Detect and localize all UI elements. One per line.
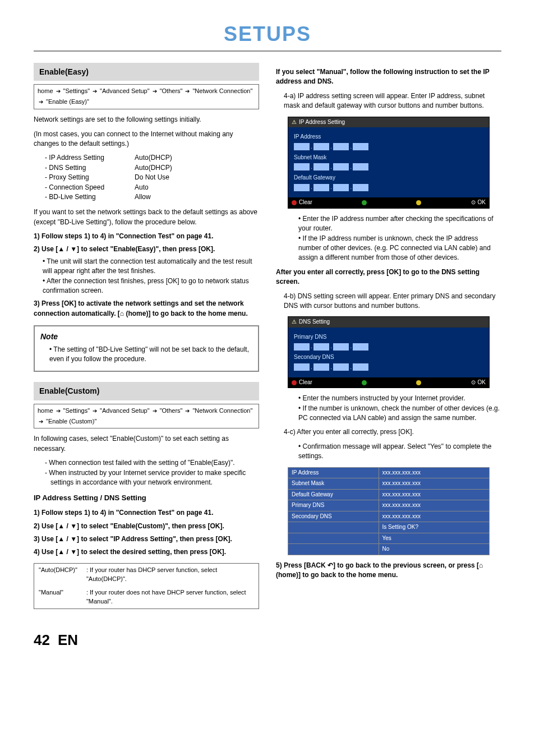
- ip-input-row[interactable]: ...: [294, 342, 483, 351]
- confirm-table: IP Addressxxx.xxx.xxx.xxx Subnet Maskxxx…: [288, 467, 490, 555]
- steps-enable-easy: 1) Follow steps 1) to 4) in "Connection …: [34, 232, 259, 319]
- crumb: "Network Connection": [192, 407, 252, 416]
- bullet: Enter the IP address number after checki…: [298, 214, 501, 234]
- table-row: Secondary DNSxxx.xxx.xxx.xxx: [288, 511, 490, 522]
- intro-text: In following cases, select "Enable(Custo…: [34, 434, 259, 454]
- arrow-icon: [184, 407, 191, 416]
- ip-input-row[interactable]: ...: [294, 363, 483, 372]
- intro-text: (In most cases, you can connect to the I…: [34, 130, 259, 149]
- breadcrumb-enable-custom: home "Settings" "Advanced Setup" "Others…: [34, 404, 259, 429]
- crumb: "Others": [160, 87, 183, 96]
- default-value: Auto: [135, 183, 259, 192]
- green-button-icon[interactable]: [362, 380, 367, 385]
- yellow-button-icon[interactable]: [416, 200, 421, 205]
- default-name: - BD-Live Setting: [45, 192, 135, 202]
- osd-label: Secondary DNS: [294, 353, 483, 362]
- table-row: IP Addressxxx.xxx.xxx.xxx: [288, 467, 490, 478]
- osd-label: Subnet Mask: [294, 154, 483, 162]
- step-4c: 4-c) After you enter all correctly, pres…: [284, 427, 501, 437]
- table-row: Default Gatewayxxx.xxx.xxx.xxx: [288, 489, 490, 500]
- step-head: 4) Use [▲ / ▼] to select the desired set…: [34, 547, 259, 557]
- subhead-ip-dns: IP Address Setting / DNS Setting: [34, 493, 259, 504]
- crumb: "Enable (Easy)": [46, 98, 89, 107]
- note-box: Note The setting of "BD-Live Setting" wi…: [34, 325, 259, 372]
- default-value: Auto(DHCP): [135, 163, 259, 173]
- crumb: "Settings": [63, 87, 90, 96]
- default-value: Do Not Use: [135, 173, 259, 182]
- table-row: Is Setting OK?: [288, 522, 490, 533]
- arrow-icon: [184, 87, 191, 96]
- default-name: - IP Address Setting: [45, 153, 135, 163]
- default-value: Auto(DHCP): [135, 153, 259, 163]
- table-row: Primary DNSxxx.xxx.xxx.xxx: [288, 500, 490, 511]
- note-body: The setting of "BD-Live Setting" will no…: [49, 345, 252, 365]
- ok-icon[interactable]: ⊙: [471, 199, 476, 207]
- bullet: Enter the numbers instructed by your Int…: [298, 394, 501, 403]
- arrow-icon: [55, 407, 62, 416]
- default-name: - DNS Setting: [45, 163, 135, 173]
- osd-clear: Clear: [299, 379, 312, 387]
- arrow-icon: [151, 407, 158, 416]
- ok-icon[interactable]: ⊙: [471, 379, 476, 387]
- osd-label: Default Gateway: [294, 174, 483, 182]
- table-row: Subnet Maskxxx.xxx.xxx.xxx: [288, 478, 490, 490]
- crumb: "Advanced Setup": [100, 407, 150, 416]
- page-title: SETUPS: [34, 22, 501, 46]
- section-header-enable-custom: Enable(Custom): [34, 382, 259, 400]
- osd-label: Primary DNS: [294, 333, 483, 342]
- table-key: "Auto(DHCP)": [34, 563, 82, 586]
- default-settings-list: - IP Address SettingAuto(DHCP) - DNS Set…: [45, 153, 259, 202]
- osd-dns-setting: DNS Setting Primary DNS ... Secondary DN…: [288, 316, 490, 388]
- note-title: Note: [40, 331, 252, 342]
- after-ip-heading: After you enter all correctly, press [OK…: [276, 268, 501, 287]
- yellow-button-icon[interactable]: [416, 380, 421, 385]
- table-row[interactable]: No: [288, 544, 490, 555]
- crumb: home: [38, 407, 53, 416]
- intro-text: Network settings are set to the followin…: [34, 115, 259, 125]
- table-key: "Manual": [34, 586, 82, 609]
- arrow-icon: [151, 87, 158, 96]
- left-column: Enable(Easy) home "Settings" "Advanced S…: [34, 63, 259, 615]
- dhcp-manual-table: "Auto(DHCP)" : If your router has DHCP s…: [34, 563, 259, 609]
- step-5: 5) Press [BACK ↶] to go back to the prev…: [276, 561, 501, 580]
- table-row: "Manual" : If your router does not have …: [34, 586, 259, 609]
- step-head: 3) Press [OK] to activate the network se…: [34, 299, 259, 319]
- table-row[interactable]: Yes: [288, 533, 490, 544]
- osd-clear: Clear: [299, 199, 312, 207]
- ip-input-row[interactable]: ...: [294, 163, 483, 172]
- steps-enable-custom: 1) Follow steps 1) to 4) in "Connection …: [34, 508, 259, 557]
- page-footer: 42 EN: [34, 631, 501, 649]
- crumb: "Network Connection": [192, 87, 252, 96]
- default-name: - Connection Speed: [45, 183, 135, 192]
- osd-ok: OK: [478, 199, 486, 207]
- arrow-icon: [91, 407, 98, 416]
- title-divider: [34, 50, 501, 52]
- ip-input-row[interactable]: ...: [294, 183, 483, 192]
- bullet: If the number is unknown, check the numb…: [298, 404, 501, 423]
- bullet: After the connection test finishes, pres…: [43, 276, 259, 296]
- step-head: 2) Use [▲ / ▼] to select "Enable(Custom)…: [34, 522, 259, 531]
- arrow-icon: [91, 87, 98, 96]
- osd-ok: OK: [478, 379, 486, 387]
- table-val: : If your router has DHCP server functio…: [82, 563, 259, 586]
- section-header-enable-easy: Enable(Easy): [34, 63, 259, 81]
- bullet: If the IP address number is unknown, che…: [298, 234, 501, 263]
- step-head: 1) Follow steps 1) to 4) in "Connection …: [34, 232, 259, 241]
- red-button-icon[interactable]: [292, 200, 297, 205]
- red-button-icon[interactable]: [292, 380, 297, 385]
- crumb: "Enable (Custom)": [46, 417, 96, 426]
- step-head: 2) Use [▲ / ▼] to select "Enable(Easy)",…: [34, 245, 259, 254]
- osd-ip-address-setting: IP Address Setting IP Address ... Subnet…: [288, 117, 490, 209]
- arrow-icon: [38, 417, 44, 426]
- step-head: 3) Use [▲ / ▼] to select "IP Address Set…: [34, 534, 259, 544]
- ip-input-row[interactable]: ...: [294, 142, 483, 151]
- arrow-icon: [55, 87, 62, 96]
- osd-title: DNS Setting: [288, 317, 489, 328]
- osd-title: IP Address Setting: [288, 117, 489, 128]
- case-item: - When connection test failed with the s…: [45, 458, 259, 468]
- crumb: "Others": [160, 407, 183, 416]
- green-button-icon[interactable]: [362, 200, 367, 205]
- page-number: 42: [34, 631, 50, 649]
- step-4a: 4-a) IP address setting screen will appe…: [284, 91, 501, 111]
- bullet: The unit will start the connection test …: [43, 257, 259, 276]
